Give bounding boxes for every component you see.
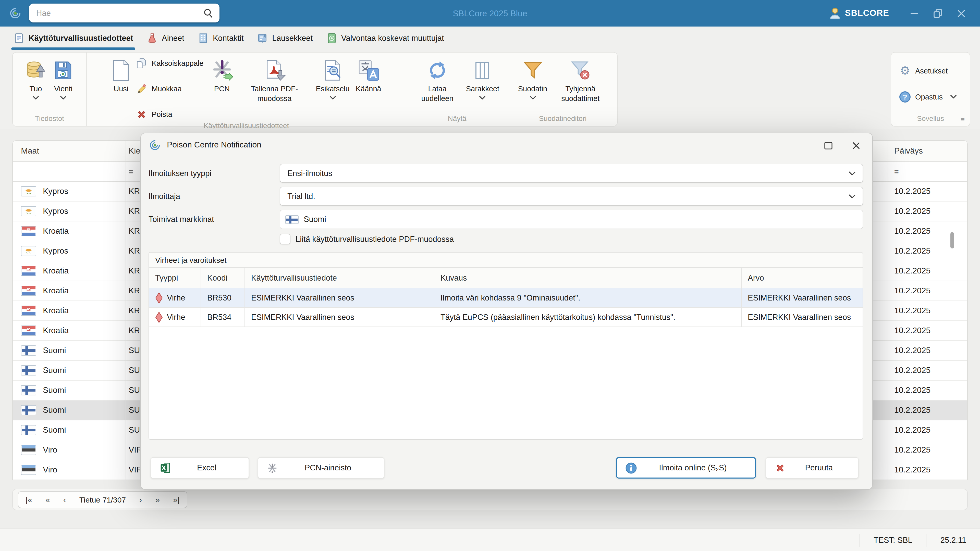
notifier-label: Ilmoittaja [148, 192, 180, 201]
vertical-scrollbar-thumb[interactable] [950, 232, 954, 248]
flag-croatia-icon [21, 266, 36, 276]
new-button[interactable]: Uusi [108, 56, 134, 95]
flag-estonia-icon [21, 465, 36, 475]
error-diamond-icon [155, 292, 163, 304]
column-header-koodi[interactable]: Koodi [201, 268, 245, 288]
edit-actions-stack: Kaksoiskappale Muokkaa Poista [136, 58, 204, 120]
notification-type-label: Ilmoituksen tyyppi [148, 169, 211, 178]
statusbar: TEST: SBL 25.2.11 [0, 529, 980, 551]
duplicate-button[interactable]: Kaksoiskappale [136, 58, 204, 69]
fast-next-button[interactable]: » [155, 495, 160, 504]
equals-filter-icon: = [894, 167, 899, 176]
group-options-icon[interactable]: ≡ [961, 114, 965, 125]
flask-icon [146, 33, 158, 44]
help-button[interactable]: ? Opastus [899, 91, 970, 102]
filter-maat[interactable] [13, 162, 126, 181]
search-input[interactable] [29, 8, 203, 17]
chevron-down-icon [849, 194, 856, 198]
translate-button[interactable]: Käännä [353, 56, 384, 95]
error-row[interactable]: Virhe BR534 ESIMERKKI Vaarallinen seos T… [149, 308, 862, 327]
columns-button[interactable]: Sarakkeet [463, 56, 503, 100]
flag-finland-icon [21, 405, 36, 415]
info-icon [625, 462, 637, 474]
reload-button[interactable]: Lataa uudelleen [412, 56, 463, 104]
export-button[interactable]: Vienti [49, 56, 77, 100]
tab-label: Aineet [162, 34, 184, 43]
ribbon-group-kayttoturvallisuustiedotteet: Uusi Kaksoiskappale Muokkaa [86, 52, 406, 126]
flag-finland-icon [21, 425, 36, 435]
minimize-button[interactable] [902, 0, 926, 27]
dialog-maximize-button[interactable] [822, 139, 835, 151]
tab-aineet[interactable]: Aineet [146, 27, 184, 50]
column-header-kuvaus[interactable]: Kuvaus [434, 268, 741, 288]
pdf-save-icon [263, 59, 286, 82]
ribbon-group-tiedostot: Tuo Vienti Tiedostot [13, 52, 86, 126]
errors-and-warnings-panel: Virheet ja varoitukset Tyyppi Koodi Käyt… [148, 252, 863, 440]
tab-kontaktit[interactable]: Kontaktit [197, 27, 244, 50]
tab-kayttoturvallisuustiedotteet[interactable]: Käyttöturvallisuustiedotteet [13, 27, 133, 50]
flag-finland-icon [285, 215, 299, 224]
column-header-arvo[interactable]: Arvo [741, 268, 862, 288]
filter-paivays[interactable]: = [888, 162, 963, 181]
error-row-selected[interactable]: Virhe BR530 ESIMERKKI Vaarallinen seos I… [149, 288, 862, 308]
pcn-button[interactable]: PCN [207, 56, 236, 95]
save-pdf-button[interactable]: Tallenna PDF-muodossa [236, 56, 313, 104]
preview-button[interactable]: Esikatselu [313, 56, 352, 100]
next-record-button[interactable]: › [139, 495, 142, 504]
last-record-button[interactable]: »| [173, 495, 180, 504]
cancel-x-icon [775, 463, 785, 473]
delete-button[interactable]: Poista [136, 109, 204, 120]
chevron-down-icon [950, 95, 956, 98]
close-button[interactable] [950, 0, 973, 27]
first-record-button[interactable]: |« [25, 495, 32, 504]
flag-croatia-icon [21, 226, 36, 236]
equals-filter-icon: = [129, 167, 134, 176]
pcn-icon [210, 59, 233, 82]
database-import-icon [25, 59, 46, 82]
flag-finland-icon [21, 345, 36, 356]
refresh-icon [427, 60, 448, 81]
markets-field[interactable]: Suomi [280, 210, 863, 229]
edit-button[interactable]: Muokkaa [136, 83, 204, 94]
poison-centre-notification-dialog: Poison Centre Notification Ilmoituksen t… [140, 133, 873, 490]
chevron-down-icon [60, 96, 66, 100]
dialog-close-button[interactable] [850, 139, 862, 151]
attach-pdf-row: Liitä käyttöturvallisuustiedote PDF-muod… [280, 233, 454, 245]
flag-finland-icon [21, 365, 36, 375]
submit-online-button[interactable]: Ilmoita online (S₂S) [616, 457, 756, 478]
fast-prev-button[interactable]: « [45, 495, 50, 504]
columns-icon [473, 60, 493, 81]
help-icon: ? [899, 91, 911, 102]
tab-label: Kontaktit [213, 34, 244, 43]
sblcore-logo-icon [149, 139, 161, 151]
app-logo-icon [9, 7, 21, 19]
attach-pdf-checkbox[interactable] [280, 233, 290, 245]
user-avatar-icon[interactable] [830, 7, 841, 19]
record-counter: Tietue 71/307 [80, 495, 126, 504]
prev-record-button[interactable]: ‹ [63, 495, 66, 504]
new-document-icon [111, 59, 130, 82]
column-header-tyyppi[interactable]: Tyyppi [149, 268, 201, 288]
cancel-button[interactable]: Peruuta [765, 457, 859, 478]
column-header-kayttoturvallisuustiedote[interactable]: Käyttöturvallisuustiedote [245, 268, 434, 288]
pcn-dossier-icon [267, 462, 278, 473]
import-button[interactable]: Tuo [22, 56, 49, 100]
tab-lausekkeet[interactable]: Lausekkeet [257, 27, 313, 50]
column-header-paivays[interactable]: Päiväys [888, 141, 963, 161]
chevron-down-icon [33, 96, 39, 100]
filter-button[interactable]: Suodatin [515, 56, 550, 100]
column-header-maat[interactable]: Maat [13, 141, 126, 161]
notification-type-select[interactable]: Ensi-ilmoitus [280, 164, 863, 183]
excel-export-button[interactable]: Excel [151, 457, 249, 478]
chevron-down-icon [479, 96, 486, 100]
tab-valvontaa-koskevat-muuttujat[interactable]: Valvontaa koskevat muuttujat [326, 27, 444, 50]
flag-finland-icon [21, 385, 36, 395]
clear-filter-icon [570, 59, 591, 82]
restore-button[interactable] [926, 0, 950, 27]
settings-button[interactable]: ⚙ Asetukset [899, 65, 970, 76]
notifier-select[interactable]: Trial ltd. [280, 187, 863, 206]
pcn-dossier-button[interactable]: PCN-aineisto [258, 457, 384, 478]
clear-filters-button[interactable]: Tyhjennä suodattimet [550, 56, 611, 104]
tab-label: Valvontaa koskevat muuttujat [341, 34, 444, 43]
ribbon-group-nayta: Lataa uudelleen Sarakkeet Näytä [406, 52, 508, 126]
